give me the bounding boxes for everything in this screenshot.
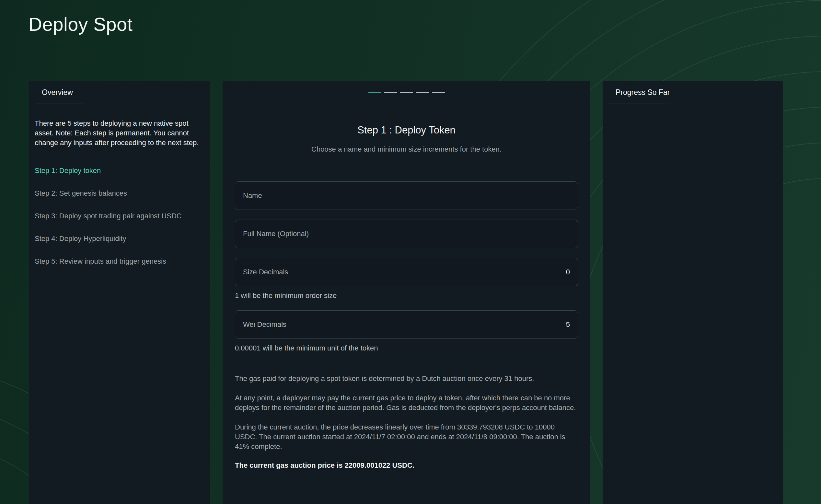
gas-paragraph: At any point, a deployer may pay the cur… — [235, 393, 578, 413]
wizard-body: Step 1 : Deploy Token Choose a name and … — [223, 124, 590, 470]
steps-nav-list: Step 1: Deploy token Step 2: Set genesis… — [35, 166, 204, 266]
tab-progress-so-far: Progress So Far — [616, 88, 670, 97]
overview-body: There are 5 steps to deploying a new nat… — [29, 119, 210, 266]
full-name-input[interactable] — [243, 230, 570, 238]
active-tab-underline — [608, 104, 665, 104]
panels-container: Overview There are 5 steps to deploying … — [29, 81, 783, 504]
full-name-field-box[interactable] — [235, 220, 578, 248]
current-gas-price-text: The current gas auction price is 22009.0… — [235, 461, 578, 470]
stepper-segment-4 — [416, 92, 429, 93]
overview-tabbar: Overview — [35, 81, 204, 104]
size-decimals-field-box[interactable]: Size Decimals — [235, 258, 578, 286]
sidebar-item-step-5[interactable]: Step 5: Review inputs and trigger genesi… — [35, 257, 204, 266]
sidebar-item-step-3[interactable]: Step 3: Deploy spot trading pair against… — [35, 212, 204, 220]
wizard-stepper — [223, 81, 590, 104]
step-heading: Step 1 : Deploy Token — [235, 124, 578, 136]
size-decimals-helper: 1 will be the minimum order size — [235, 292, 578, 300]
stepper-segment-5 — [432, 92, 445, 93]
stepper-segment-2 — [384, 92, 397, 93]
page-title: Deploy Spot — [29, 13, 133, 35]
tab-overview: Overview — [42, 88, 73, 97]
deploy-wizard-panel: Step 1 : Deploy Token Choose a name and … — [223, 81, 590, 504]
step-subheading: Choose a name and minimum size increment… — [235, 145, 578, 154]
overview-panel: Overview There are 5 steps to deploying … — [29, 81, 210, 504]
wei-decimals-helper: 0.00001 will be the minimum unit of the … — [235, 344, 578, 352]
size-decimals-label: Size Decimals — [243, 268, 525, 276]
gas-paragraph: The gas paid for deploying a spot token … — [235, 374, 578, 384]
size-decimals-input[interactable] — [525, 268, 570, 276]
stepper-segment-1 — [368, 92, 381, 93]
overview-intro-text: There are 5 steps to deploying a new nat… — [35, 119, 204, 148]
sidebar-item-step-4[interactable]: Step 4: Deploy Hyperliquidity — [35, 235, 204, 243]
sidebar-item-step-2[interactable]: Step 2: Set genesis balances — [35, 189, 204, 198]
wei-decimals-label: Wei Decimals — [243, 320, 525, 329]
active-tab-underline — [35, 104, 83, 104]
progress-tabbar: Progress So Far — [608, 81, 777, 104]
stepper-segment-3 — [400, 92, 413, 93]
gas-auction-info: The gas paid for deploying a spot token … — [235, 374, 578, 452]
name-field-box[interactable] — [235, 181, 578, 210]
wei-decimals-input[interactable] — [525, 320, 570, 329]
name-input[interactable] — [243, 191, 570, 200]
gas-paragraph: During the current auction, the price de… — [235, 422, 578, 452]
progress-panel: Progress So Far — [603, 81, 783, 504]
wei-decimals-field-box[interactable]: Wei Decimals — [235, 310, 578, 339]
sidebar-item-step-1[interactable]: Step 1: Deploy token — [35, 166, 204, 175]
